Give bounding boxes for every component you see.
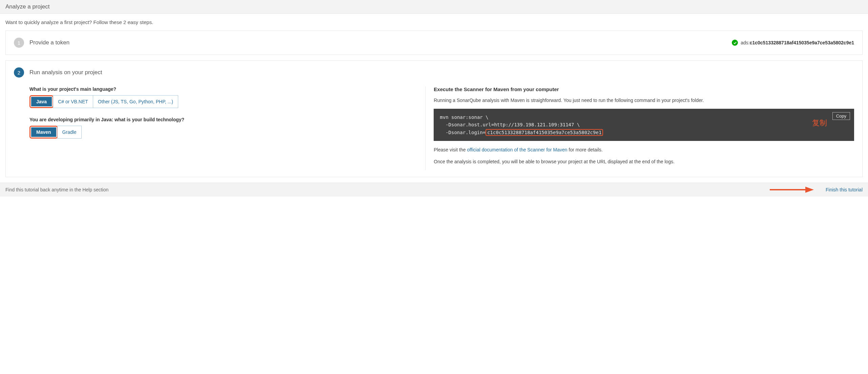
code-line-3a: -Dsonar.login=: [446, 130, 485, 135]
code-block: Copy复制mvn sonar:sonar \ -Dsonar.host.url…: [434, 109, 854, 141]
token-display: ads:c1c0c5133288718af415035e9a7ce53a5802…: [732, 40, 854, 46]
java-highlight: Java: [29, 95, 54, 108]
step-2-title: Run analysis on your project: [29, 69, 102, 76]
code-line-1: mvn sonar:sonar \: [440, 115, 488, 120]
build-group: Maven Gradle: [29, 126, 82, 139]
footer: Find this tutorial back anytime in the H…: [0, 183, 868, 196]
step-1-number: 1: [18, 40, 20, 46]
left-column: What is your project's main language? Ja…: [29, 86, 425, 170]
step-1-header: 1 Provide a token ads:c1c0c5133288718af4…: [14, 38, 854, 48]
step-1-card: 1 Provide a token ads:c1c0c5133288718af4…: [5, 30, 863, 55]
token-value: c1c0c5133288718af415035e9a7ce53a5802c9e1: [750, 40, 854, 45]
build-gradle-button[interactable]: Gradle: [57, 126, 82, 139]
intro-text: Want to quickly analyze a first project?…: [0, 14, 868, 30]
step-2-body: What is your project's main language? Ja…: [14, 86, 854, 170]
docs-link[interactable]: official documentation of the Scanner fo…: [467, 147, 567, 152]
lang-csharp-button[interactable]: C# or VB.NET: [53, 95, 93, 108]
code-line-2: -Dsonar.host.url=http://139.198.121.109:…: [440, 121, 580, 128]
visit-post: for more details.: [567, 147, 603, 152]
step-2-number: 2: [18, 70, 20, 76]
step-2-badge: 2: [14, 67, 24, 78]
page-title: Analyze a project: [5, 3, 49, 10]
language-group: Java C# or VB.NET Other (JS, TS, Go, Pyt…: [29, 95, 178, 108]
right-column: Execute the Scanner for Maven from your …: [425, 86, 854, 170]
svg-marker-1: [805, 187, 814, 193]
lang-java-button[interactable]: Java: [31, 97, 52, 106]
exec-desc: Running a SonarQube analysis with Maven …: [434, 97, 854, 104]
done-note: Once the analysis is completed, you will…: [434, 158, 854, 165]
token-prefix: ads:: [741, 40, 749, 45]
language-question: What is your project's main language?: [29, 86, 417, 92]
check-icon: [732, 40, 738, 46]
build-question: You are developing primarily in Java: wh…: [29, 117, 417, 122]
step-2-card: 2 Run analysis on your project What is y…: [5, 60, 863, 177]
maven-highlight: Maven: [29, 126, 58, 139]
step-2-header: 2 Run analysis on your project: [14, 67, 854, 78]
lang-other-button[interactable]: Other (JS, TS, Go, Python, PHP, ...): [93, 95, 178, 108]
page-header: Analyze a project: [0, 0, 868, 14]
code-token-highlight: c1c0c5133288718af415035e9a7ce53a5802c9e1: [485, 129, 603, 136]
step-1-left: 1 Provide a token: [14, 38, 69, 48]
visit-pre: Please visit the: [434, 147, 467, 152]
arrow-annotation-icon: [770, 186, 814, 194]
build-maven-button[interactable]: Maven: [31, 127, 56, 137]
exec-title: Execute the Scanner for Maven from your …: [434, 86, 854, 92]
footer-help-text: Find this tutorial back anytime in the H…: [5, 187, 108, 192]
step-1-badge: 1: [14, 38, 24, 48]
copy-button[interactable]: Copy: [832, 112, 850, 120]
visit-note: Please visit the official documentation …: [434, 146, 854, 153]
copy-annotation: 复制: [812, 117, 827, 129]
finish-tutorial-link[interactable]: Finish this tutorial: [826, 187, 863, 192]
step-1-title: Provide a token: [29, 39, 69, 46]
